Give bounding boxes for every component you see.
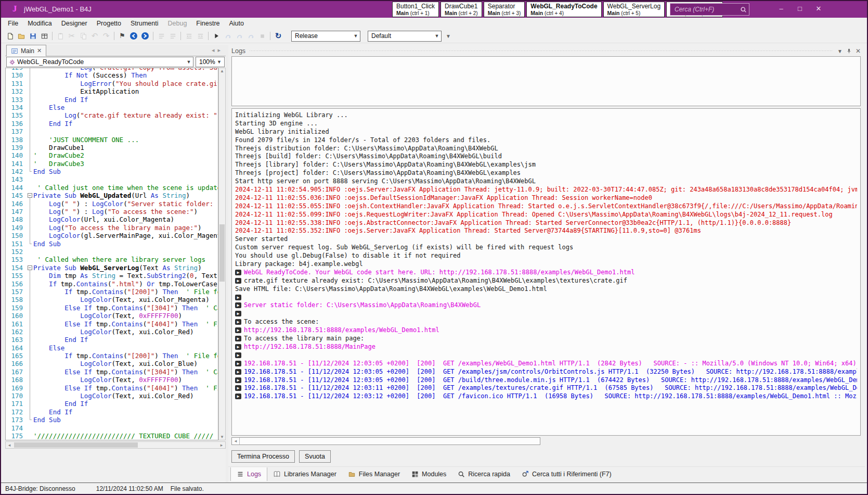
line-number[interactable]: 135 (6, 111, 27, 119)
copy-icon[interactable] (78, 31, 88, 41)
line-number[interactable]: 143 (6, 175, 27, 183)
line-number[interactable]: 130 (6, 71, 27, 79)
search-box[interactable] (670, 3, 749, 16)
step-over-icon[interactable] (234, 31, 244, 41)
line-number[interactable]: 165 (6, 352, 27, 360)
editor-horizontal-scrollbar[interactable]: ◂ ▸ (5, 441, 226, 449)
comment-icon[interactable] (156, 31, 166, 41)
line-number[interactable]: 142 (6, 168, 27, 175)
menu-designer[interactable]: Designer (57, 19, 92, 28)
scroll-down-icon[interactable]: ▼ (219, 435, 225, 439)
module-selector[interactable]: WebGL_ReadyToCode ▼ (6, 57, 193, 67)
tool-tab-ricerca-rapida[interactable]: Ricerca rapida (452, 467, 516, 481)
line-number[interactable]: 153 (6, 256, 27, 263)
line-number[interactable]: 156 (6, 280, 27, 288)
quick-tab-Button1_Click[interactable]: Button1_Click Main (ctrl + 1) (392, 2, 439, 17)
new-file-icon[interactable] (5, 31, 15, 41)
cut-icon[interactable]: ✂ (67, 31, 77, 41)
tool-tab-logs[interactable]: Logs (230, 467, 267, 481)
line-number[interactable]: 131 (6, 80, 27, 87)
line-number[interactable]: 146 (6, 200, 27, 208)
close-button[interactable]: ✕ (809, 1, 828, 17)
indent-icon[interactable] (195, 31, 205, 41)
stop-icon[interactable] (257, 31, 267, 41)
line-number[interactable]: 164 (6, 344, 27, 352)
log-horizontal-scrollbar[interactable]: ◂ (231, 437, 540, 445)
search-icon[interactable] (740, 6, 747, 13)
quick-tab-DrawCube1[interactable]: DrawCube1 Main (ctrl + 2) (441, 2, 482, 17)
tab-main[interactable]: Main ✕ (6, 45, 46, 56)
designer-grid-icon[interactable] (39, 31, 49, 41)
scroll-left-icon[interactable]: ◂ (232, 438, 240, 445)
tool-tab-libraries-manager[interactable]: Libraries Manager (267, 467, 342, 481)
step-into-icon[interactable] (223, 31, 233, 41)
tab-scroll-arrows[interactable]: ◂▸ (212, 47, 224, 54)
navigate-forward-icon[interactable] (140, 31, 150, 41)
tool-tab-cerca-tutti-i-riferimenti-f7-[interactable]: Cerca tutti i Riferimenti (F7) (516, 467, 617, 481)
editor-vertical-scrollbar[interactable]: ▲ ▼ (218, 68, 226, 440)
scroll-left-icon[interactable]: ◂ (6, 442, 13, 448)
menu-modifica[interactable]: Modifica (23, 19, 57, 28)
pin-icon[interactable] (846, 48, 852, 54)
line-number[interactable]: 139 (6, 144, 27, 151)
line-number[interactable]: 136 (6, 120, 27, 128)
terminate-process-button[interactable]: Termina Processo (231, 450, 295, 463)
line-number[interactable]: 132 (6, 87, 27, 95)
line-number[interactable]: 149 (6, 224, 27, 232)
line-number[interactable]: 173 (6, 416, 27, 424)
outdent-icon[interactable] (184, 31, 194, 41)
search-input[interactable] (675, 6, 740, 13)
line-number[interactable]: 166 (6, 360, 27, 367)
menu-file[interactable]: File (3, 19, 23, 28)
line-number[interactable]: 157 (6, 288, 27, 296)
step-out-icon[interactable] (245, 31, 256, 41)
line-number[interactable]: 161 (6, 320, 27, 328)
line-number[interactable]: 170 (6, 392, 27, 400)
close-tab-icon[interactable]: ✕ (37, 47, 42, 54)
quick-tab-Separator[interactable]: Separator Main (ctrl + 3) (484, 2, 525, 17)
line-number[interactable]: 171 (6, 400, 27, 408)
line-number[interactable]: 174 (6, 424, 27, 432)
quick-tab-WebGL_ServerLog[interactable]: WebGL_ServerLog Main (ctrl + 5) (603, 2, 665, 17)
undo-icon[interactable]: ↶ (89, 31, 100, 41)
line-number[interactable]: 150 (6, 232, 27, 239)
line-number[interactable]: 138 (6, 136, 27, 144)
line-number[interactable]: 155 (6, 272, 27, 280)
toolbar-overflow-icon[interactable]: ▼ (446, 33, 451, 39)
quick-tab-WebGL_ReadyToCode[interactable]: WebGL_ReadyToCode Main (ctrl + 4) (526, 2, 601, 17)
maximize-button[interactable]: □ (791, 1, 809, 17)
line-number[interactable]: 147 (6, 208, 27, 215)
line-number[interactable]: 169 (6, 384, 27, 392)
tool-tab-files-manager[interactable]: Files Manager (342, 467, 406, 481)
build-configuration-select[interactable]: Release ▼ (291, 31, 360, 42)
scrollbar-thumb[interactable] (219, 224, 225, 282)
navigate-back-icon[interactable] (128, 31, 139, 41)
run-icon[interactable] (211, 31, 222, 41)
line-number[interactable]: 134 (6, 104, 27, 111)
log-output[interactable]: Initializing WebGL Library ...Starting 3… (231, 108, 861, 436)
redo-icon[interactable]: ↷ (101, 31, 111, 41)
line-number[interactable]: 133 (6, 96, 27, 104)
save-icon[interactable] (28, 31, 38, 41)
menu-strumenti[interactable]: Strumenti (126, 19, 163, 28)
open-project-icon[interactable] (16, 31, 27, 41)
line-number[interactable]: 145 (6, 192, 27, 199)
run-configuration-select[interactable]: Default ▼ (368, 31, 442, 42)
line-number[interactable]: 148 (6, 215, 27, 223)
line-number[interactable]: 167 (6, 368, 27, 376)
line-number[interactable]: 163 (6, 336, 27, 344)
menu-progetto[interactable]: Progetto (92, 19, 126, 28)
menu-debug[interactable]: Debug (163, 19, 192, 28)
minimize-button[interactable]: – (772, 1, 791, 17)
tool-tab-modules[interactable]: Modules (406, 467, 452, 481)
line-number[interactable]: 154 (6, 264, 27, 272)
bookmark-icon[interactable]: ⚑ (117, 31, 127, 41)
fold-collapse-icon[interactable]: − (27, 192, 33, 199)
line-number[interactable]: 141 (6, 160, 27, 168)
code-editor[interactable]: 129 Log("crate.gif copy from assets: Suc… (5, 68, 218, 440)
fold-collapse-icon[interactable]: − (27, 264, 33, 272)
line-number[interactable]: 144 (6, 184, 27, 192)
uncomment-icon[interactable] (167, 31, 178, 41)
line-number[interactable]: 159 (6, 304, 27, 312)
close-panel-icon[interactable]: ✕ (856, 47, 861, 55)
